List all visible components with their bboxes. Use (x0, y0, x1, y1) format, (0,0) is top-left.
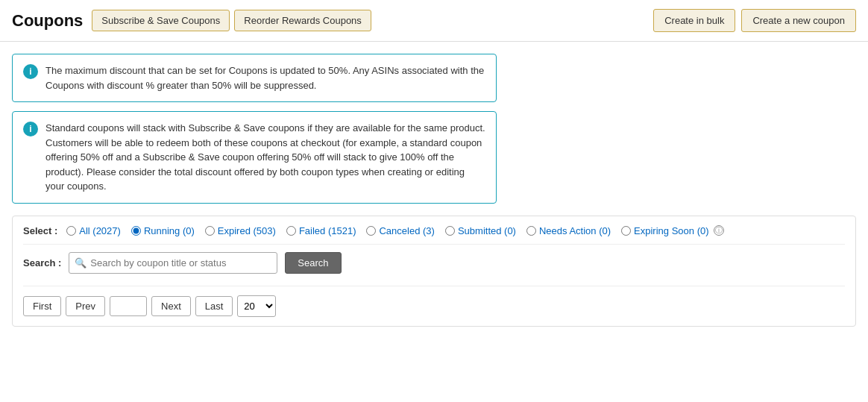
filter-running-radio[interactable] (131, 226, 141, 236)
create-bulk-button[interactable]: Create in bulk (653, 9, 735, 32)
filter-submitted-label[interactable]: Submitted (0) (458, 225, 516, 236)
filter-expiring-soon[interactable]: Expiring Soon (0) ⓘ (621, 225, 723, 236)
filter-search-section: Select : All (2027) Running (0) Expired … (12, 216, 856, 327)
page-title: Coupons (12, 11, 83, 31)
search-magnifier-icon: 🔍 (75, 257, 87, 268)
filter-canceled-radio[interactable] (366, 226, 376, 236)
page-header: Coupons Subscribe & Save Coupons Reorder… (0, 0, 868, 42)
filter-needs-action-radio[interactable] (526, 226, 536, 236)
filter-canceled-label[interactable]: Canceled (3) (379, 225, 434, 236)
search-button[interactable]: Search (285, 252, 341, 274)
filter-submitted-radio[interactable] (445, 226, 455, 236)
search-label: Search : (23, 257, 61, 268)
filter-row: Select : All (2027) Running (0) Expired … (23, 225, 845, 245)
filter-label: Select : (23, 225, 57, 236)
filter-running-label[interactable]: Running (0) (144, 225, 195, 236)
next-page-button[interactable]: Next (151, 296, 191, 316)
filter-expiring-soon-label[interactable]: Expiring Soon (0) (634, 225, 708, 236)
filter-expired-label[interactable]: Expired (503) (218, 225, 276, 236)
main-content: i The maximum discount that can be set f… (0, 42, 868, 339)
filter-expired-radio[interactable] (205, 226, 215, 236)
info-text-2: Standard coupons will stack with Subscri… (45, 121, 485, 194)
filter-expired[interactable]: Expired (503) (205, 225, 276, 236)
filter-failed[interactable]: Failed (1521) (286, 225, 356, 236)
filter-failed-label[interactable]: Failed (1521) (299, 225, 356, 236)
create-new-coupon-button[interactable]: Create a new coupon (741, 9, 856, 32)
info-box-1: i The maximum discount that can be set f… (12, 54, 497, 102)
filter-needs-action-label[interactable]: Needs Action (0) (539, 225, 611, 236)
info-icon-1: i (23, 64, 38, 79)
filter-canceled[interactable]: Canceled (3) (366, 225, 434, 236)
header-action-group: Create in bulk Create a new coupon (653, 9, 856, 32)
filter-failed-radio[interactable] (286, 226, 296, 236)
filter-all-radio[interactable] (66, 226, 76, 236)
nav-button-group: Subscribe & Save Coupons Reorder Rewards… (92, 10, 371, 31)
info-text-1: The maximum discount that can be set for… (45, 63, 485, 92)
filter-needs-action[interactable]: Needs Action (0) (526, 225, 611, 236)
reorder-rewards-button[interactable]: Reorder Rewards Coupons (234, 10, 371, 31)
prev-page-button[interactable]: Prev (66, 296, 105, 316)
search-input[interactable] (69, 252, 277, 274)
filter-submitted[interactable]: Submitted (0) (445, 225, 516, 236)
per-page-select[interactable]: 20 50 100 (237, 295, 276, 317)
filter-all[interactable]: All (2027) (66, 225, 121, 236)
search-input-wrapper: 🔍 (69, 252, 277, 274)
pagination: First Prev Next Last 20 50 100 (23, 286, 845, 317)
filter-radio-group: All (2027) Running (0) Expired (503) Fai… (66, 225, 723, 236)
expiring-soon-tooltip-icon: ⓘ (714, 225, 724, 236)
filter-all-label[interactable]: All (2027) (79, 225, 121, 236)
first-page-button[interactable]: First (23, 296, 61, 316)
info-icon-2: i (23, 122, 38, 136)
filter-expiring-soon-radio[interactable] (621, 226, 631, 236)
info-box-2: i Standard coupons will stack with Subsc… (12, 111, 497, 204)
search-row: Search : 🔍 Search (23, 252, 845, 274)
page-number-input[interactable] (110, 296, 147, 316)
subscribe-save-button[interactable]: Subscribe & Save Coupons (92, 10, 230, 31)
last-page-button[interactable]: Last (195, 296, 233, 316)
filter-running[interactable]: Running (0) (131, 225, 195, 236)
